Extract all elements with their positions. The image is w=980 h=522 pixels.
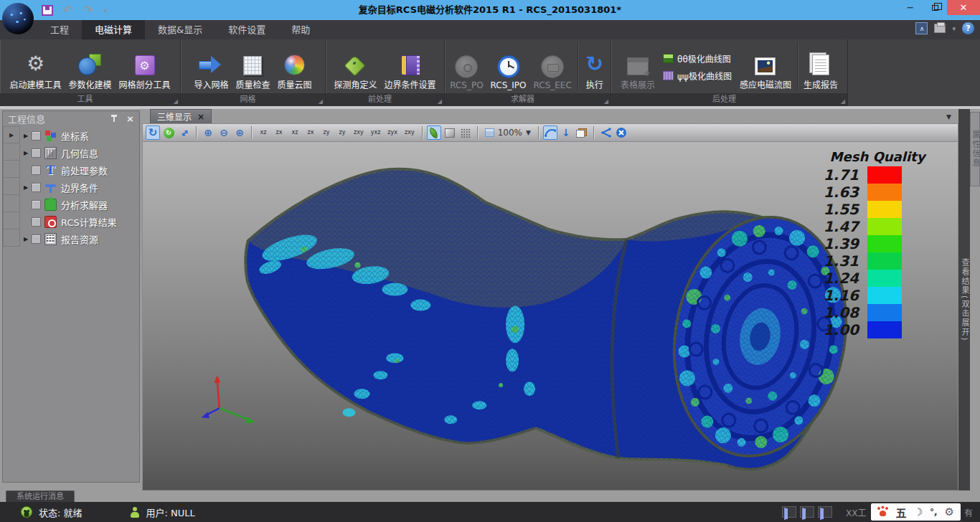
tree-item-rcs-results[interactable]: RCS计算结果 — [20, 213, 139, 230]
induced-em-current-map-button[interactable]: 感应电磁流图 — [736, 41, 795, 93]
properties-panel-tab[interactable]: 属性信息 — [970, 112, 980, 186]
view-orientation-1-button[interactable]: xz — [256, 125, 270, 140]
ime-moon-icon[interactable]: ☽ — [913, 506, 923, 518]
tree-checkbox[interactable] — [32, 166, 41, 175]
ime-paw-icon[interactable] — [877, 507, 888, 517]
boundary-condition-setup-button[interactable]: 边界条件设置 — [381, 41, 440, 93]
tree-item-boundary-conditions[interactable]: ▶边界条件 — [20, 179, 139, 196]
menu-tab-4[interactable]: 软件设置 — [215, 20, 278, 39]
tree-item-analysis-solver[interactable]: 分析求解器 — [20, 196, 139, 213]
group-expand-icon[interactable]: ◢ — [319, 99, 323, 105]
zoom-fit-button[interactable]: ⊛ — [232, 125, 247, 140]
save-icon[interactable] — [42, 5, 53, 16]
redo-icon[interactable]: ↷ — [83, 4, 93, 16]
table-display-button[interactable]: 表格展示 — [617, 41, 659, 93]
view-orientation-8-button[interactable]: yxz — [368, 125, 384, 140]
expand-arrow-icon[interactable]: ▶ — [20, 236, 32, 242]
zoom-level-select[interactable]: 100% ▼ — [482, 125, 534, 140]
spin-button[interactable]: ↻ — [161, 125, 176, 140]
menu-tab-3[interactable]: 数据&显示 — [145, 20, 215, 39]
start-modeling-tool-button[interactable]: 启动建模工具 — [6, 41, 65, 93]
app-logo[interactable] — [2, 3, 34, 34]
tree-item-geometry-info[interactable]: ▶几何信息 — [20, 144, 139, 161]
view-orientation-6-button[interactable]: zy — [335, 125, 349, 140]
3d-viewport[interactable]: Mesh Quality 1.711.631.551.471.391.311.2… — [142, 142, 958, 490]
collapse-ribbon-icon[interactable]: ∧ — [915, 22, 928, 34]
execute-button[interactable]: 执行 — [580, 41, 609, 93]
layout-toggle-3-button[interactable] — [818, 506, 832, 518]
tab-list-caret-icon[interactable]: ▼ — [946, 113, 951, 120]
pan-button[interactable]: ↔ — [177, 125, 192, 140]
print-icon[interactable] — [934, 24, 946, 33]
flow-share-button[interactable] — [598, 125, 613, 140]
orbit-rotate-button[interactable]: ↻ — [146, 125, 160, 140]
wireframe-view-button[interactable] — [458, 125, 473, 140]
smooth-shading-button[interactable] — [427, 125, 441, 140]
tree-item-report-resources[interactable]: ▶报告资源 — [20, 230, 139, 247]
menu-tab-1[interactable]: 工程 — [37, 20, 82, 39]
cascade-windows-button[interactable] — [575, 125, 589, 140]
rcs-po-button[interactable]: RCS_PO — [446, 41, 486, 93]
group-expand-icon[interactable]: ◢ — [841, 99, 845, 105]
quality-cloud-map-button[interactable]: 质量云图 — [274, 41, 316, 93]
group-expand-icon[interactable]: ◢ — [604, 99, 608, 105]
tree-checkbox[interactable] — [32, 200, 41, 209]
drop-view-button[interactable]: ↓ — [559, 125, 573, 140]
ime-wubi-mode[interactable]: 五 — [895, 505, 906, 520]
ime-settings-gear-icon[interactable]: ⚙ — [945, 506, 954, 518]
view-orientation-4-button[interactable]: zx — [303, 125, 318, 140]
probe-angle-define-button[interactable]: 探测角定义 — [330, 41, 380, 93]
pin-icon[interactable] — [110, 115, 118, 123]
view-orientation-7-button[interactable]: zxy — [351, 125, 367, 140]
layout-toggle-2-button[interactable] — [800, 506, 814, 518]
tree-checkbox[interactable] — [32, 131, 41, 141]
panel-close-icon[interactable]: × — [126, 113, 134, 124]
menu-tab-2[interactable]: 电磁计算 — [82, 20, 145, 39]
tree-checkbox[interactable] — [32, 234, 41, 244]
group-expand-icon[interactable]: ◢ — [174, 99, 178, 105]
view-orientation-10-button[interactable]: zxy — [402, 125, 418, 140]
tree-checkbox[interactable] — [32, 217, 41, 227]
minimize-button[interactable]: − — [898, 0, 923, 15]
tab-close-icon[interactable]: × — [197, 112, 204, 122]
restore-button[interactable] — [923, 0, 947, 15]
zoom-in-button[interactable]: ⊕ — [201, 125, 215, 140]
close-button[interactable]: ✕ — [947, 0, 980, 15]
group-expand-icon[interactable]: ◢ — [438, 99, 442, 105]
close-view-button[interactable] — [614, 125, 628, 140]
print-menu-caret-icon[interactable]: ▾ — [952, 25, 956, 32]
shaded-view-button[interactable] — [443, 125, 457, 140]
help-icon[interactable]: ? — [962, 22, 974, 34]
view-orientation-2-button[interactable]: zx — [272, 125, 286, 140]
tree-checkbox[interactable] — [32, 183, 41, 192]
undo-icon[interactable]: ↶ — [63, 4, 73, 16]
view-orientation-9-button[interactable]: zyx — [385, 125, 400, 140]
psi-polarization-curve-button[interactable]: ψψ极化曲线图 — [663, 70, 732, 82]
status-bar: 状态: 就绪 用户: NULL XX工 五 ☽ °, ⚙ 有 — [0, 502, 980, 522]
tree-item-preprocess-params[interactable]: 前处理参数 — [20, 161, 139, 179]
tree-checkbox[interactable] — [32, 148, 41, 158]
mesh-partition-tool-button[interactable]: 网格剖分工具 — [116, 41, 174, 93]
tab-3d-display[interactable]: 三维显示 × — [150, 109, 212, 123]
expand-arrow-icon[interactable]: ▶ — [20, 150, 32, 156]
view-orientation-5-button[interactable]: zy — [319, 125, 334, 140]
layout-toggle-1-button[interactable] — [782, 506, 796, 518]
parametric-modeling-button[interactable]: 参数化建模 — [65, 41, 115, 93]
system-messages-tab[interactable]: 系统运行消息 — [6, 490, 75, 502]
generate-report-button[interactable]: 生成报告 — [800, 41, 842, 93]
menu-tab-5[interactable]: 帮助 — [278, 20, 323, 39]
rcs-eec-button[interactable]: RCS_EEC — [530, 41, 575, 93]
results-collapsed-bar[interactable]: 查看结果(双击展开) — [958, 109, 970, 490]
rcs-ipo-button[interactable]: RCS_IPO — [487, 41, 530, 93]
expand-arrow-icon[interactable]: ▶ — [20, 184, 32, 191]
tree-item-coordinate-system[interactable]: ▶坐标系 — [20, 127, 139, 144]
zoom-out-button[interactable]: ⊖ — [217, 125, 231, 140]
expand-arrow-icon[interactable]: ▶ — [20, 133, 32, 139]
theta-polarization-curve-button[interactable]: θθ极化曲线图 — [663, 52, 732, 65]
surface-curve-button[interactable] — [543, 125, 557, 140]
quality-check-button[interactable]: 质量检查 — [232, 41, 273, 93]
ime-punctuation-mode[interactable]: °, — [930, 507, 938, 517]
quick-access-more-icon[interactable]: ▾ — [104, 6, 108, 14]
view-orientation-3-button[interactable]: xz — [288, 125, 302, 140]
import-mesh-button[interactable]: 导入网格 — [190, 41, 232, 93]
